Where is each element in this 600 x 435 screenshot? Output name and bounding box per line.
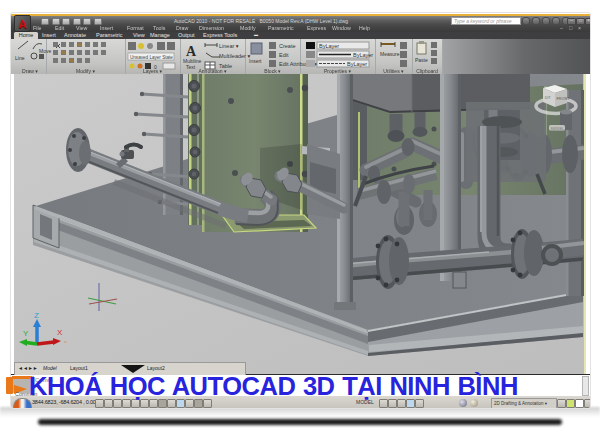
svg-text:Insert: Insert <box>249 58 262 64</box>
svg-text:A: A <box>186 44 197 59</box>
svg-text:Edit: Edit <box>279 52 289 58</box>
svg-text:^: ^ <box>64 340 67 346</box>
svg-text:ByLayer: ByLayer <box>319 42 339 48</box>
svg-text:FRONT: FRONT <box>557 97 571 101</box>
svg-text:Linear ▾: Linear ▾ <box>219 43 239 49</box>
svg-text:ByLayer: ByLayer <box>353 51 373 57</box>
svg-text:Unsaved Layer State: Unsaved Layer State <box>130 54 173 59</box>
svg-text:Paste: Paste <box>415 57 428 63</box>
svg-text:Y: Y <box>23 329 29 338</box>
svg-text:0: 0 <box>154 64 157 70</box>
svg-text:Multileader ▾: Multileader ▾ <box>219 53 250 59</box>
svg-text:Create: Create <box>279 43 296 49</box>
svg-text:Z: Z <box>34 311 39 320</box>
svg-text:Line: Line <box>15 55 25 61</box>
svg-text:Measure: Measure <box>380 51 400 57</box>
svg-text:ByLayer: ByLayer <box>347 60 367 66</box>
svg-text:Move: Move <box>39 48 51 54</box>
svg-text:DIT: DIT <box>545 96 552 100</box>
svg-text:SWIVEL: SWIVEL <box>551 127 564 131</box>
svg-text:Table: Table <box>219 63 232 69</box>
svg-text:Text: Text <box>186 64 196 70</box>
svg-text:X: X <box>57 328 63 337</box>
